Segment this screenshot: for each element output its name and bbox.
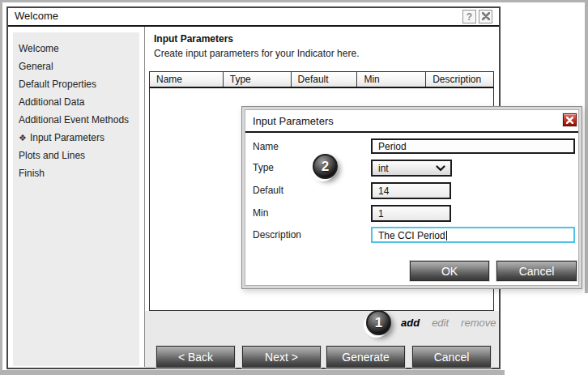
edit-link[interactable]: edit <box>432 317 449 329</box>
description-value: The CCI Period <box>378 230 445 241</box>
type-selected-value: int <box>378 163 389 174</box>
wizard-sidebar: Welcome General Default Properties Addit… <box>13 32 139 366</box>
column-header-name[interactable]: Name <box>150 72 224 87</box>
table-header-row: Name Type Default Min Description <box>150 72 493 88</box>
min-label: Min <box>253 207 268 219</box>
add-link[interactable]: add <box>401 317 420 329</box>
column-header-min[interactable]: Min <box>357 72 426 87</box>
name-field[interactable] <box>371 138 575 154</box>
name-label: Name <box>253 141 279 152</box>
ok-button[interactable]: OK <box>410 261 489 281</box>
dialog-body: Input Parameters Name Type int Default M… <box>245 109 579 286</box>
active-step-marker-icon: ❖ <box>19 133 27 143</box>
help-icon: ? <box>467 11 472 23</box>
sidebar-item-label: Welcome <box>19 43 59 54</box>
table-action-links: add edit remove <box>401 317 496 329</box>
doc-frame-top <box>0 0 588 2</box>
dialog-close-button[interactable] <box>563 113 577 126</box>
sidebar-item-label: Plots and Lines <box>19 150 85 161</box>
dropdown-arrow-icon <box>436 165 445 172</box>
column-header-type[interactable]: Type <box>224 72 292 87</box>
next-button[interactable]: Next > <box>242 346 321 368</box>
sidebar-item-label: Input Parameters <box>30 132 104 143</box>
callout-1-badge: 1 <box>366 310 391 335</box>
close-icon <box>566 113 573 127</box>
sidebar-item-finish[interactable]: Finish <box>13 164 139 182</box>
type-label: Type <box>253 162 274 173</box>
back-button[interactable]: < Back <box>156 346 235 368</box>
sidebar-item-label: General <box>19 61 53 72</box>
sidebar-item-welcome[interactable]: Welcome <box>13 40 139 57</box>
description-field[interactable]: The CCI Period <box>371 227 575 243</box>
column-header-default[interactable]: Default <box>292 72 358 87</box>
window-controls: ? <box>462 10 492 23</box>
default-label: Default <box>253 185 283 196</box>
dialog-cancel-button[interactable]: Cancel <box>496 261 577 281</box>
text-caret <box>446 231 447 241</box>
min-field[interactable] <box>371 205 451 222</box>
screenshot-canvas: Welcome ? Welcome General Default Proper… <box>0 0 588 379</box>
input-parameters-dialog: Input Parameters Name Type int Default M… <box>241 106 582 289</box>
doc-frame-left <box>0 0 2 374</box>
sidebar-item-label: Additional Event Methods <box>19 114 129 126</box>
title-separator <box>8 25 499 27</box>
description-label: Description <box>253 229 301 241</box>
page-heading: Input Parameters <box>154 33 233 45</box>
sidebar-item-plots-and-lines[interactable]: Plots and Lines <box>13 147 139 164</box>
dialog-title-separator <box>245 131 578 133</box>
sidebar-item-default-properties[interactable]: Default Properties <box>13 75 139 93</box>
help-button[interactable]: ? <box>462 10 476 23</box>
remove-link[interactable]: remove <box>461 317 496 329</box>
sidebar-item-additional-event-methods[interactable]: Additional Event Methods <box>13 111 139 129</box>
sidebar-item-label: Additional Data <box>19 96 84 108</box>
type-dropdown[interactable]: int <box>371 160 452 177</box>
page-description: Create input parameters for your Indicat… <box>154 48 359 59</box>
dialog-title: Input Parameters <box>253 115 334 127</box>
close-icon <box>482 11 490 23</box>
sidebar-item-additional-data[interactable]: Additional Data <box>13 93 139 111</box>
sidebar-item-label: Default Properties <box>19 79 96 90</box>
close-button[interactable] <box>479 10 492 23</box>
callout-2-badge: 2 <box>313 154 338 179</box>
sidebar-item-general[interactable]: General <box>13 57 139 75</box>
cancel-button[interactable]: Cancel <box>412 346 491 368</box>
doc-frame-bottom <box>0 370 505 375</box>
column-header-description[interactable]: Description <box>426 72 493 87</box>
doc-frame-right <box>585 0 588 293</box>
sidebar-item-input-parameters[interactable]: ❖Input Parameters <box>13 129 139 147</box>
default-field[interactable] <box>371 182 451 199</box>
generate-button[interactable]: Generate <box>326 346 405 368</box>
sidebar-item-label: Finish <box>19 168 45 179</box>
window-title: Welcome <box>15 10 58 22</box>
